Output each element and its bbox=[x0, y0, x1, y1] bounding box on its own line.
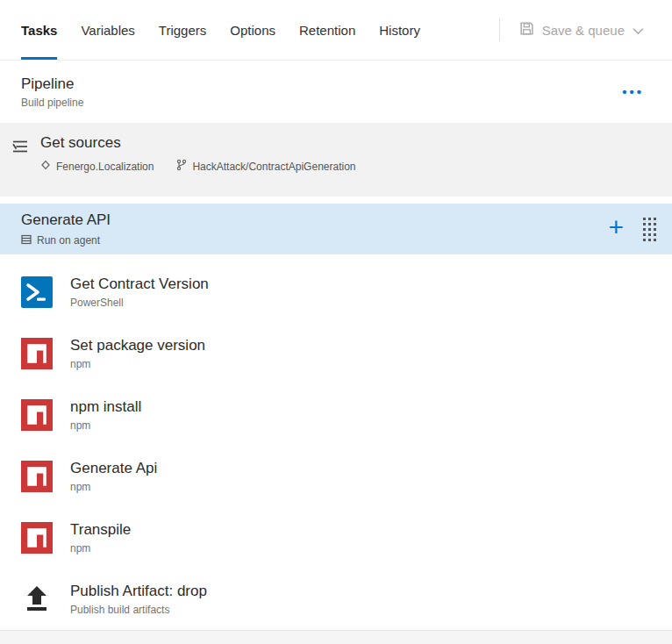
npm-icon bbox=[21, 399, 53, 431]
phase-header-text: Generate API Run on agent bbox=[21, 211, 123, 247]
upload-icon bbox=[21, 583, 53, 615]
task-title: Publish Artifact: drop bbox=[70, 583, 207, 600]
get-sources-meta: Fenergo.Localization HackAttack/Contract… bbox=[40, 159, 379, 174]
add-task-button[interactable]: + bbox=[604, 214, 627, 244]
get-sources-section[interactable]: Get sources Fenergo.Localization HackAtt… bbox=[0, 123, 672, 197]
agent-icon bbox=[21, 234, 32, 247]
task-text: Transpile npm bbox=[70, 521, 131, 555]
powershell-icon bbox=[21, 276, 53, 308]
toolbar-divider bbox=[499, 18, 500, 41]
footer-strip bbox=[0, 630, 672, 644]
get-sources-icon bbox=[11, 139, 29, 197]
task-row[interactable]: npm install npm bbox=[0, 384, 672, 446]
drag-handle[interactable] bbox=[643, 218, 656, 241]
task-subtitle: PowerShell bbox=[70, 297, 209, 309]
task-list: Get Contract Version PowerShell Set pack… bbox=[0, 254, 672, 630]
agent-meta: Run on agent bbox=[21, 234, 100, 247]
repo-name: Fenergo.Localization bbox=[56, 161, 154, 173]
tab-retention[interactable]: Retention bbox=[299, 0, 355, 60]
task-row[interactable]: Get Contract Version PowerShell bbox=[0, 261, 672, 323]
save-icon bbox=[519, 21, 534, 39]
tab-triggers[interactable]: Triggers bbox=[159, 0, 206, 60]
task-subtitle: npm bbox=[70, 542, 131, 555]
task-title: Generate Api bbox=[70, 460, 157, 477]
branch-icon bbox=[176, 159, 187, 174]
task-text: Get Contract Version PowerShell bbox=[70, 275, 209, 309]
tab-options[interactable]: Options bbox=[230, 0, 275, 60]
task-title: Get Contract Version bbox=[70, 275, 209, 293]
phase-header[interactable]: Generate API Run on agent + bbox=[0, 204, 672, 254]
task-text: Publish Artifact: drop Publish build art… bbox=[70, 583, 207, 616]
npm-icon bbox=[21, 522, 53, 554]
task-text: Set package version npm bbox=[70, 337, 205, 370]
save-queue-label: Save & queue bbox=[542, 23, 625, 38]
task-row[interactable]: Set package version npm bbox=[0, 323, 672, 384]
more-actions-button[interactable]: ••• bbox=[622, 84, 644, 99]
tab-tasks[interactable]: Tasks bbox=[21, 0, 57, 60]
pipeline-title: Pipeline bbox=[21, 75, 83, 93]
task-title: Transpile bbox=[70, 521, 131, 539]
npm-icon bbox=[21, 461, 53, 492]
task-title: npm install bbox=[70, 398, 141, 416]
save-queue-button[interactable]: Save & queue bbox=[519, 21, 644, 39]
task-row[interactable]: Publish Artifact: drop Publish build art… bbox=[0, 569, 672, 630]
pipeline-header: Pipeline Build pipeline ••• bbox=[0, 61, 672, 123]
task-text: npm install npm bbox=[70, 398, 141, 432]
task-title: Set package version bbox=[70, 337, 205, 354]
pipeline-header-text: Pipeline Build pipeline bbox=[21, 75, 83, 109]
task-row[interactable]: Transpile npm bbox=[0, 507, 672, 569]
task-text: Generate Api npm bbox=[70, 460, 157, 493]
get-sources-title: Get sources bbox=[40, 134, 379, 152]
toolbar-right: Save & queue bbox=[499, 0, 672, 60]
task-row[interactable]: Generate Api npm bbox=[0, 446, 672, 507]
repo-icon bbox=[40, 160, 51, 173]
task-subtitle: npm bbox=[70, 419, 141, 432]
tab-history[interactable]: History bbox=[379, 0, 420, 60]
task-subtitle: npm bbox=[70, 358, 205, 370]
get-sources-content: Get sources Fenergo.Localization HackAtt… bbox=[40, 134, 379, 197]
phase-meta: Run on agent bbox=[21, 234, 123, 247]
tab-variables[interactable]: Variables bbox=[81, 0, 134, 60]
phase-title: Generate API bbox=[21, 211, 123, 229]
pipeline-subtitle: Build pipeline bbox=[21, 97, 83, 109]
tab-bar: Tasks Variables Triggers Options Retenti… bbox=[0, 0, 672, 61]
phase-controls: + bbox=[604, 214, 656, 244]
branch-name: HackAttack/ContractApiGeneration bbox=[192, 161, 355, 173]
branch-meta: HackAttack/ContractApiGeneration bbox=[176, 159, 355, 174]
task-subtitle: Publish build artifacts bbox=[70, 604, 207, 616]
task-subtitle: npm bbox=[70, 481, 157, 493]
repo-meta: Fenergo.Localization bbox=[40, 160, 154, 173]
chevron-down-icon bbox=[633, 23, 644, 38]
phase-subtitle: Run on agent bbox=[37, 234, 100, 247]
npm-icon bbox=[21, 338, 53, 369]
